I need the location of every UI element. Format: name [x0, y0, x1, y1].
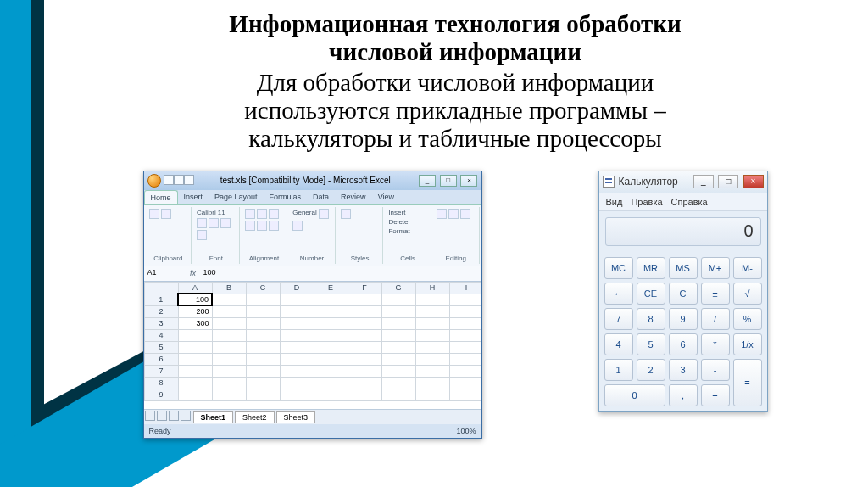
cell[interactable]: 100 [178, 294, 212, 305]
cells-format[interactable]: Format [388, 227, 427, 235]
key-neg[interactable]: ± [701, 283, 730, 305]
col-header[interactable]: H [415, 282, 449, 294]
menu-view[interactable]: Вид [606, 197, 623, 207]
office-button-icon[interactable] [147, 174, 161, 188]
decorative-stripe-blue [0, 0, 31, 487]
body-line-3: калькуляторы и табличные процессоры [248, 125, 661, 152]
maximize-icon[interactable]: □ [718, 175, 738, 188]
window-controls[interactable]: _ □ × [417, 175, 478, 187]
key-mminus[interactable]: M- [733, 257, 762, 279]
key-mul[interactable]: * [701, 333, 730, 355]
body-line-1: Для обработки числовой информации [257, 69, 654, 96]
col-header[interactable]: G [381, 282, 415, 294]
calc-window-controls[interactable]: _ □ × [692, 175, 764, 188]
sheet-tabs: Sheet1 Sheet2 Sheet3 [144, 409, 481, 424]
key-div[interactable]: / [701, 308, 730, 330]
key-2[interactable]: 2 [637, 359, 665, 381]
calc-titlebar: Калькулятор _ □ × [599, 171, 767, 193]
tab-view[interactable]: View [372, 190, 400, 204]
key-back[interactable]: ← [604, 283, 633, 305]
row-header[interactable]: 8 [144, 377, 178, 389]
cell[interactable]: 200 [178, 305, 212, 317]
minimize-icon[interactable]: _ [419, 175, 436, 187]
close-icon[interactable]: × [460, 175, 477, 187]
ribbon-tabs: Home Insert Page Layout Formulas Data Re… [144, 190, 481, 205]
cell[interactable]: 300 [178, 317, 212, 329]
key-4[interactable]: 4 [604, 333, 633, 355]
tab-page-layout[interactable]: Page Layout [209, 190, 264, 204]
row-header[interactable]: 5 [144, 341, 178, 353]
cells-delete[interactable]: Delete [388, 218, 427, 226]
row-header[interactable]: 9 [144, 389, 178, 400]
sheet-tab[interactable]: Sheet3 [276, 411, 316, 423]
fx-icon[interactable]: fx [186, 266, 200, 281]
col-header[interactable]: C [246, 282, 280, 294]
font-size[interactable]: 11 [218, 209, 225, 216]
key-mc[interactable]: MC [604, 257, 633, 279]
close-icon[interactable]: × [743, 175, 764, 188]
key-9[interactable]: 9 [669, 308, 698, 330]
col-header[interactable]: A [178, 282, 212, 294]
tab-data[interactable]: Data [307, 190, 335, 204]
zoom-level[interactable]: 100% [456, 427, 476, 435]
key-c[interactable]: C [669, 283, 698, 305]
row-header[interactable]: 2 [144, 305, 178, 317]
sheet-nav[interactable] [144, 411, 192, 423]
key-7[interactable]: 7 [604, 308, 633, 330]
col-header[interactable]: B [212, 282, 246, 294]
formula-bar: A1 fx 100 [144, 266, 481, 282]
row-header[interactable]: 4 [144, 329, 178, 341]
col-header[interactable]: F [348, 282, 381, 294]
select-all-corner[interactable] [144, 282, 178, 294]
key-6[interactable]: 6 [669, 333, 698, 355]
key-ce[interactable]: CE [637, 283, 665, 305]
number-format[interactable]: General [292, 209, 316, 219]
calc-keypad: MC MR MS M+ M- ← CE C ± √ 7 8 9 / % 4 5 … [599, 252, 767, 411]
row-header[interactable]: 7 [144, 365, 178, 377]
key-mr[interactable]: MR [637, 257, 665, 279]
menu-help[interactable]: Справка [671, 197, 708, 207]
row-header[interactable]: 3 [144, 317, 178, 329]
name-box[interactable]: A1 [144, 266, 186, 281]
cells-insert[interactable]: Insert [388, 209, 427, 216]
ribbon: Clipboard Calibri 11 Font Alignment [144, 205, 481, 266]
calculator-window: Калькулятор _ □ × Вид Правка Справка 0 M… [598, 171, 768, 412]
sheet-tab[interactable]: Sheet2 [235, 411, 275, 423]
row-header[interactable]: 6 [144, 353, 178, 365]
title-line-2: числовой информации [329, 38, 581, 65]
key-equals[interactable]: = [733, 359, 762, 406]
key-8[interactable]: 8 [637, 308, 665, 330]
ribbon-group-editing: Editing [433, 207, 480, 264]
key-ms[interactable]: MS [669, 257, 698, 279]
row-header[interactable]: 1 [144, 294, 178, 305]
key-minus[interactable]: - [701, 359, 730, 381]
key-dot[interactable]: , [669, 384, 698, 406]
key-sqrt[interactable]: √ [733, 283, 762, 305]
col-header[interactable]: E [314, 282, 348, 294]
font-name[interactable]: Calibri [197, 209, 216, 216]
maximize-icon[interactable]: □ [440, 175, 457, 187]
formula-input[interactable]: 100 [200, 266, 481, 281]
key-recip[interactable]: 1/x [733, 333, 762, 355]
tab-review[interactable]: Review [335, 190, 372, 204]
tab-formulas[interactable]: Formulas [264, 190, 308, 204]
calc-display: 0 [605, 217, 761, 246]
key-percent[interactable]: % [733, 308, 762, 330]
col-header[interactable]: I [449, 282, 481, 294]
key-0[interactable]: 0 [604, 384, 665, 406]
key-plus[interactable]: + [701, 384, 730, 406]
key-3[interactable]: 3 [669, 359, 698, 381]
quick-access-toolbar[interactable] [164, 175, 194, 187]
col-header[interactable]: D [280, 282, 314, 294]
key-5[interactable]: 5 [637, 333, 665, 355]
tab-home[interactable]: Home [144, 190, 178, 204]
menu-edit[interactable]: Правка [631, 197, 662, 207]
key-mplus[interactable]: M+ [701, 257, 730, 279]
tab-insert[interactable]: Insert [178, 190, 209, 204]
sheet-tab[interactable]: Sheet1 [193, 411, 234, 423]
sheet-table[interactable]: A B C D E F G H I 1100 2200 3300 4 5 [144, 282, 481, 401]
minimize-icon[interactable]: _ [693, 175, 714, 188]
spreadsheet-grid[interactable]: A B C D E F G H I 1100 2200 3300 4 5 [144, 282, 481, 409]
key-1[interactable]: 1 [604, 359, 633, 381]
status-ready: Ready [149, 427, 171, 435]
